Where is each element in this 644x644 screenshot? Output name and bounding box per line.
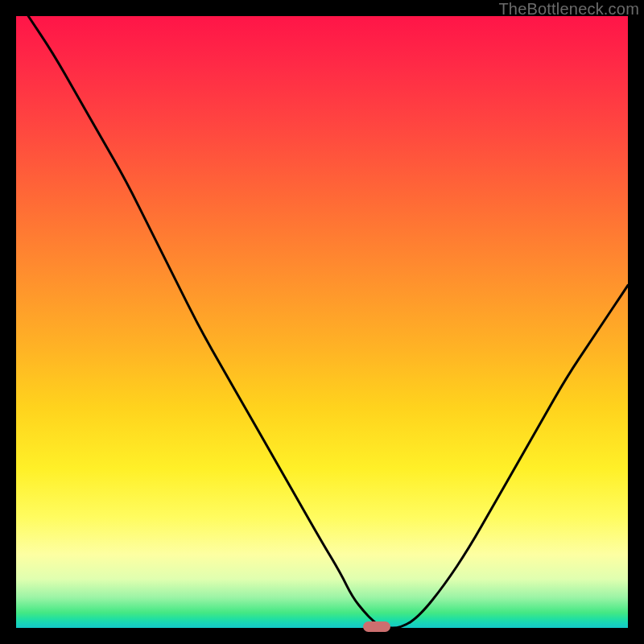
min-marker — [363, 621, 390, 632]
plot-area — [16, 16, 628, 628]
bottleneck-curve — [16, 16, 628, 628]
watermark-text: TheBottleneck.com — [498, 0, 639, 19]
chart-frame: TheBottleneck.com — [0, 0, 644, 644]
